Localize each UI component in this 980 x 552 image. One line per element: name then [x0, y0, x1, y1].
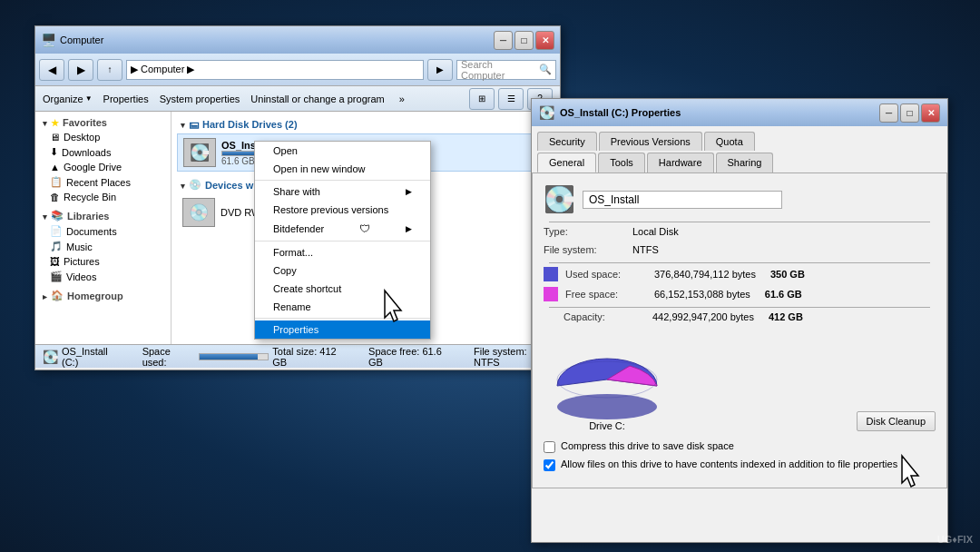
tab-hardware[interactable]: Hardware	[647, 153, 714, 172]
tab-content-general: 💽 OS_Install Type: Local Disk File syste…	[532, 172, 947, 488]
props-minimize-button[interactable]: ─	[879, 104, 898, 123]
free-space-bytes: 66,152,153,088 bytes	[654, 289, 750, 300]
used-space-label: Used space:	[565, 269, 647, 280]
search-box[interactable]: Search Computer 🔍	[456, 60, 556, 80]
context-create-shortcut[interactable]: Create shortcut	[255, 280, 430, 298]
back-button[interactable]: ◀	[39, 59, 64, 81]
address-bar[interactable]: ▶ Computer ▶	[126, 60, 424, 80]
type-value: Local Disk	[632, 226, 679, 237]
uninstall-button[interactable]: Uninstall or change a program	[250, 94, 384, 104]
documents-label: Documents	[66, 226, 117, 237]
properties-button[interactable]: Properties	[103, 94, 149, 104]
sidebar-item-videos[interactable]: 🎬 Videos	[35, 269, 171, 284]
maximize-button[interactable]: □	[514, 31, 534, 50]
close-button[interactable]: ✕	[535, 31, 554, 50]
context-properties[interactable]: Properties	[255, 320, 430, 339]
context-share-with-label: Share with	[273, 186, 320, 197]
recent-places-label: Recent Places	[66, 177, 131, 188]
sidebar-item-recycle-bin[interactable]: 🗑 Recycle Bin	[35, 190, 171, 204]
system-properties-button[interactable]: System properties	[160, 94, 240, 104]
favorites-section: Favorites 🖥 Desktop ⬇ Downloads ▲ Google…	[35, 115, 171, 204]
properties-window: 💽 OS_Install (C:) Properties ─ □ ✕ Secur…	[531, 98, 948, 543]
tab-tools-label: Tools	[610, 157, 633, 168]
props-maximize-button[interactable]: □	[900, 104, 919, 123]
props-title-text: OS_Install (C:) Properties	[560, 107, 681, 118]
context-bitdefender[interactable]: Bitdefender 🛡 ▶	[255, 219, 430, 239]
pictures-label: Pictures	[64, 256, 100, 267]
hard-disk-label: Hard Disk Drives (2)	[202, 119, 298, 130]
libraries-label: Libraries	[67, 211, 109, 222]
context-copy[interactable]: Copy	[255, 261, 430, 280]
pie-chart-area: Drive C:	[544, 339, 671, 431]
search-icon: 🔍	[539, 64, 552, 75]
homegroup-icon: 🏠	[51, 290, 64, 301]
go-button[interactable]: ▶	[427, 59, 453, 81]
filesystem-prop-label: File system:	[544, 244, 625, 255]
sidebar-item-recent-places[interactable]: 📋 Recent Places	[35, 174, 171, 190]
disk-cleanup-button[interactable]: Disk Cleanup	[857, 411, 936, 431]
used-space-row: Used space: 376,840,794,112 bytes 350 GB	[544, 267, 936, 281]
tab-security[interactable]: Security	[537, 132, 597, 151]
sidebar-item-downloads[interactable]: ⬇ Downloads	[35, 144, 171, 160]
context-share-with[interactable]: Share with ▶	[255, 182, 430, 201]
context-format[interactable]: Format...	[255, 243, 430, 261]
uninstall-label: Uninstall or change a program	[250, 94, 384, 104]
tab-general-label: General	[549, 157, 584, 168]
hdd-chevron-icon	[181, 119, 185, 130]
downloads-label: Downloads	[62, 147, 111, 158]
tabs-row-2: General Tools Hardware Sharing	[537, 153, 942, 172]
homegroup-label: Homegroup	[67, 291, 123, 301]
sidebar-item-documents[interactable]: 📄 Documents	[35, 223, 171, 239]
watermark-text: UG♦FIX	[937, 534, 973, 545]
free-space-gb: 61.6 GB	[765, 289, 802, 300]
tab-previous-versions-label: Previous Versions	[611, 136, 691, 147]
forward-button[interactable]: ▶	[68, 59, 93, 81]
context-open-new-window[interactable]: Open in new window	[255, 160, 430, 178]
index-checkbox[interactable]	[544, 459, 555, 471]
tab-quota[interactable]: Quota	[704, 132, 755, 151]
pictures-icon: 🖼	[50, 256, 60, 267]
separator-1	[549, 222, 930, 222]
context-separator-1	[255, 180, 430, 181]
view-button-1[interactable]: ⊞	[469, 88, 495, 110]
sidebar-item-desktop[interactable]: 🖥 Desktop	[35, 130, 171, 144]
google-drive-icon: ▲	[50, 162, 60, 172]
tab-security-label: Security	[549, 136, 585, 147]
more-button[interactable]: »	[399, 94, 405, 104]
context-rename[interactable]: Rename	[255, 298, 430, 316]
chevron-expand-icon-2	[43, 211, 47, 222]
context-open[interactable]: Open	[255, 142, 430, 160]
tab-previous-versions[interactable]: Previous Versions	[599, 132, 702, 151]
context-create-shortcut-label: Create shortcut	[273, 283, 341, 294]
context-restore-versions[interactable]: Restore previous versions	[255, 201, 430, 219]
up-button[interactable]: ↑	[97, 59, 122, 81]
tab-sharing[interactable]: Sharing	[716, 153, 774, 172]
minimize-button[interactable]: ─	[494, 31, 513, 50]
tab-general[interactable]: General	[537, 153, 596, 172]
compress-checkbox[interactable]	[544, 441, 555, 453]
watermark: UG♦FIX	[937, 534, 973, 545]
sidebar-item-music[interactable]: 🎵 Music	[35, 239, 171, 254]
context-menu: Open Open in new window Share with ▶ Res…	[254, 141, 431, 340]
props-close-button[interactable]: ✕	[921, 104, 940, 123]
context-separator-2	[255, 241, 430, 242]
drive-name-input[interactable]: OS_Install	[583, 191, 782, 209]
context-share-arrow-icon: ▶	[406, 187, 412, 196]
filesystem-prop-value: NTFS	[632, 244, 659, 255]
index-checkbox-row: Allow files on this drive to have conten…	[544, 458, 936, 471]
tabs-row-1: Security Previous Versions Quota	[537, 132, 942, 151]
status-drive-name: OS_Install (C:)	[62, 346, 124, 368]
music-icon: 🎵	[50, 241, 63, 252]
organize-button[interactable]: Organize ▼	[43, 94, 93, 104]
removable-icon: 💿	[189, 179, 201, 191]
props-title-left: 💽 OS_Install (C:) Properties	[539, 105, 681, 120]
tab-quota-label: Quota	[716, 136, 743, 147]
drive-name-value: OS_Install	[589, 193, 639, 206]
sidebar-item-pictures[interactable]: 🖼 Pictures	[35, 254, 171, 269]
view-button-2[interactable]: ☰	[498, 88, 524, 110]
tab-tools[interactable]: Tools	[598, 153, 645, 172]
sidebar-item-google-drive[interactable]: ▲ Google Drive	[35, 160, 171, 174]
documents-icon: 📄	[50, 225, 63, 237]
libraries-header: 📚 Libraries	[35, 208, 171, 223]
filesystem-row: File system: NTFS	[544, 244, 936, 255]
